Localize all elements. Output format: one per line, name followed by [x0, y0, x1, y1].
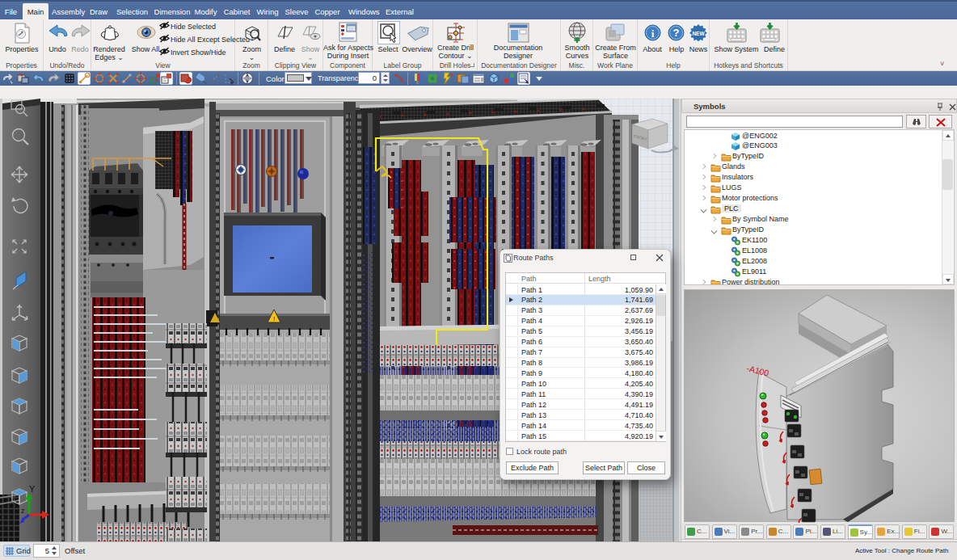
svg-text:!: !	[273, 315, 275, 322]
svg-text:z: z	[21, 507, 25, 515]
svg-text:Y: Y	[29, 484, 36, 494]
svg-text:-A100: -A100	[746, 363, 770, 377]
svg-text:i: i	[651, 27, 655, 40]
svg-text:?: ?	[673, 27, 680, 39]
svg-text:NEW: NEW	[692, 31, 705, 36]
